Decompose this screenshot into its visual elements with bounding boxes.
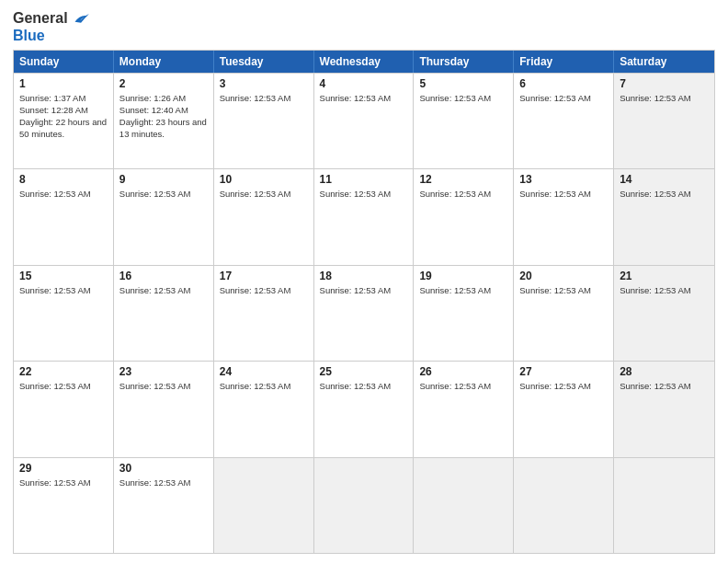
day-info: Sunrise: 12:53 AM (119, 188, 208, 200)
day-number: 13 (519, 173, 608, 186)
day-number: 10 (220, 173, 308, 186)
day-info: Sunrise: 12:53 AM (519, 92, 608, 104)
day-info: Sunrise: 12:53 AM (119, 380, 208, 392)
calendar-row-0: 1Sunrise: 1:37 AM Sunset: 12:28 AM Dayli… (14, 73, 714, 168)
day-info: Sunrise: 12:53 AM (19, 380, 108, 392)
day-info: Sunrise: 12:53 AM (320, 188, 408, 200)
header-day-saturday: Saturday (614, 51, 714, 73)
header-day-wednesday: Wednesday (314, 51, 415, 73)
header-day-monday: Monday (114, 51, 214, 73)
day-number: 26 (419, 365, 507, 378)
day-number: 27 (519, 365, 608, 378)
cal-cell-5: 5Sunrise: 12:53 AM (414, 74, 514, 168)
day-info: Sunrise: 12:53 AM (419, 188, 507, 200)
day-info: Sunrise: 12:53 AM (320, 380, 408, 392)
day-info: Sunrise: 1:37 AM Sunset: 12:28 AM Daylig… (19, 92, 108, 141)
cal-cell-empty-4-4 (414, 458, 514, 553)
day-info: Sunrise: 12:53 AM (320, 92, 408, 104)
logo-bird-icon (70, 9, 90, 29)
day-number: 18 (320, 270, 408, 282)
day-number: 12 (419, 173, 507, 186)
cal-cell-27: 27Sunrise: 12:53 AM (514, 362, 614, 456)
calendar-row-2: 15Sunrise: 12:53 AM16Sunrise: 12:53 AM17… (14, 265, 714, 361)
header-day-tuesday: Tuesday (214, 51, 314, 73)
day-number: 1 (19, 77, 108, 90)
day-info: Sunrise: 12:53 AM (220, 92, 308, 104)
cal-cell-9: 9Sunrise: 12:53 AM (114, 169, 214, 264)
cal-cell-7: 7Sunrise: 12:53 AM (614, 74, 714, 168)
calendar-header: SundayMondayTuesdayWednesdayThursdayFrid… (14, 51, 714, 73)
cal-cell-8: 8Sunrise: 12:53 AM (14, 169, 114, 264)
cal-cell-24: 24Sunrise: 12:53 AM (214, 362, 314, 456)
cal-cell-19: 19Sunrise: 12:53 AM (414, 266, 514, 361)
day-info: Sunrise: 12:53 AM (19, 284, 108, 296)
day-info: Sunrise: 12:53 AM (620, 380, 709, 392)
day-number: 28 (620, 365, 709, 378)
day-number: 5 (419, 77, 507, 90)
day-number: 21 (620, 270, 709, 282)
calendar-row-3: 22Sunrise: 12:53 AM23Sunrise: 12:53 AM24… (14, 361, 714, 456)
day-info: Sunrise: 12:53 AM (220, 380, 308, 392)
cal-cell-18: 18Sunrise: 12:53 AM (314, 266, 415, 361)
day-number: 24 (220, 365, 308, 378)
header-day-thursday: Thursday (414, 51, 514, 73)
day-info: Sunrise: 12:53 AM (620, 188, 709, 200)
cal-cell-11: 11Sunrise: 12:53 AM (314, 169, 415, 264)
cal-cell-29: 29Sunrise: 12:53 AM (14, 458, 114, 553)
day-number: 2 (119, 77, 208, 90)
day-number: 20 (519, 270, 608, 282)
cal-cell-28: 28Sunrise: 12:53 AM (614, 362, 714, 456)
calendar-body: 1Sunrise: 1:37 AM Sunset: 12:28 AM Dayli… (14, 73, 714, 553)
calendar-row-4: 29Sunrise: 12:53 AM30Sunrise: 12:53 AM (14, 457, 714, 553)
day-info: Sunrise: 12:53 AM (519, 380, 608, 392)
cal-cell-empty-4-6 (614, 458, 714, 553)
day-info: Sunrise: 12:53 AM (419, 92, 507, 104)
day-info: Sunrise: 12:53 AM (220, 188, 308, 200)
day-number: 4 (320, 77, 408, 90)
day-number: 17 (220, 270, 308, 282)
header: General Blue (13, 9, 715, 44)
cal-cell-25: 25Sunrise: 12:53 AM (314, 362, 415, 456)
day-number: 8 (19, 173, 108, 186)
cal-cell-12: 12Sunrise: 12:53 AM (414, 169, 514, 264)
cal-cell-10: 10Sunrise: 12:53 AM (214, 169, 314, 264)
cal-cell-21: 21Sunrise: 12:53 AM (614, 266, 714, 361)
day-number: 19 (419, 270, 507, 282)
page: General Blue SundayMondayTuesdayWednesda… (0, 0, 728, 563)
day-info: Sunrise: 1:26 AM Sunset: 12:40 AM Daylig… (119, 92, 208, 141)
day-info: Sunrise: 12:53 AM (419, 284, 507, 296)
cal-cell-14: 14Sunrise: 12:53 AM (614, 169, 714, 264)
day-number: 16 (119, 270, 208, 282)
day-number: 6 (519, 77, 608, 90)
day-number: 15 (19, 270, 108, 282)
day-number: 25 (320, 365, 408, 378)
day-number: 29 (19, 462, 108, 475)
cal-cell-2: 2Sunrise: 1:26 AM Sunset: 12:40 AM Dayli… (114, 74, 214, 168)
day-info: Sunrise: 12:53 AM (519, 284, 608, 296)
logo: General Blue (13, 9, 90, 44)
cal-cell-empty-4-3 (314, 458, 415, 553)
cal-cell-1: 1Sunrise: 1:37 AM Sunset: 12:28 AM Dayli… (14, 74, 114, 168)
cal-cell-empty-4-5 (514, 458, 614, 553)
cal-cell-26: 26Sunrise: 12:53 AM (414, 362, 514, 456)
cal-cell-22: 22Sunrise: 12:53 AM (14, 362, 114, 456)
day-info: Sunrise: 12:53 AM (620, 284, 709, 296)
day-number: 3 (220, 77, 308, 90)
cal-cell-13: 13Sunrise: 12:53 AM (514, 169, 614, 264)
day-info: Sunrise: 12:53 AM (220, 284, 308, 296)
day-info: Sunrise: 12:53 AM (620, 92, 709, 104)
day-info: Sunrise: 12:53 AM (119, 477, 208, 488)
cal-cell-30: 30Sunrise: 12:53 AM (114, 458, 214, 553)
cal-cell-3: 3Sunrise: 12:53 AM (214, 74, 314, 168)
cal-cell-15: 15Sunrise: 12:53 AM (14, 266, 114, 361)
day-number: 30 (119, 462, 208, 475)
cal-cell-23: 23Sunrise: 12:53 AM (114, 362, 214, 456)
cal-cell-4: 4Sunrise: 12:53 AM (314, 74, 415, 168)
day-info: Sunrise: 12:53 AM (519, 188, 608, 200)
day-info: Sunrise: 12:53 AM (119, 284, 208, 296)
day-number: 9 (119, 173, 208, 186)
cal-cell-6: 6Sunrise: 12:53 AM (514, 74, 614, 168)
calendar-row-1: 8Sunrise: 12:53 AM9Sunrise: 12:53 AM10Su… (14, 168, 714, 264)
day-number: 22 (19, 365, 108, 378)
calendar: SundayMondayTuesdayWednesdayThursdayFrid… (13, 50, 715, 554)
